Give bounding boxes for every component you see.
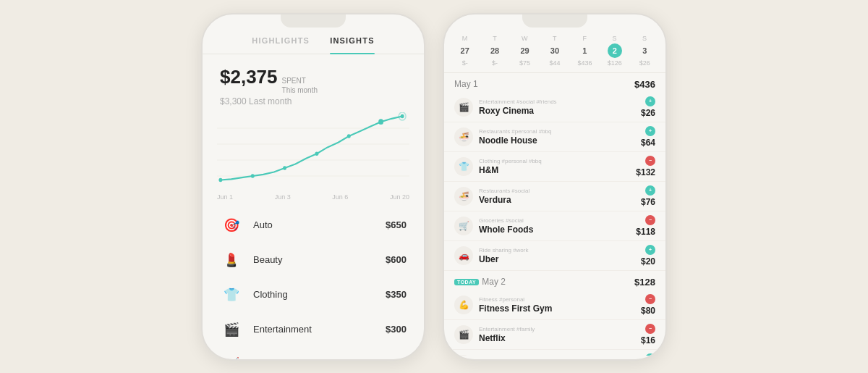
category-name: Groceries — [253, 359, 375, 359]
tx-tags: Clothing #personal #bbq — [479, 158, 630, 164]
calendar-day-tue[interactable]: T 28 $- — [482, 35, 507, 67]
tab-highlights[interactable]: HIGHLIGHTS — [252, 36, 310, 49]
tx-badge-green: + — [645, 185, 655, 196]
day-number: 1 — [577, 43, 592, 58]
category-amount: $650 — [386, 219, 407, 230]
clothing-icon: 👕 — [454, 157, 473, 176]
left-phone: HIGHLIGHTS INSIGHTS $2,375 SPENT This mo… — [201, 13, 425, 361]
day-amount: $26 — [639, 59, 650, 67]
tab-bar: HIGHLIGHTS INSIGHTS — [203, 28, 424, 54]
date-section-header: May 1 $436 — [444, 73, 665, 93]
category-amount: $250 — [386, 359, 407, 359]
tx-amount-wrap: + $20 — [641, 245, 655, 267]
category-amount: $600 — [386, 254, 407, 265]
day-amount: $- — [492, 59, 498, 67]
auto-icon: 🎯 — [220, 214, 243, 237]
day-number: 30 — [548, 43, 562, 58]
svg-point-4 — [218, 177, 222, 182]
tx-name: Roxy Cinema — [479, 106, 635, 116]
tx-tags: Fitness #personal — [479, 296, 635, 303]
svg-point-6 — [283, 166, 286, 170]
day-name: S — [613, 35, 618, 42]
day-amount: $- — [462, 59, 468, 67]
chart-label-1: Jun 1 — [217, 193, 233, 201]
right-phone: M 27 $- T 28 $- W 29 $75 T 30 $44 F 1 — [443, 13, 667, 361]
tx-info: Entertainment #social #friends Roxy Cine… — [479, 99, 635, 116]
svg-point-9 — [378, 119, 383, 125]
table-row[interactable]: 💪 Fitness #personal Fitness First Gym − … — [444, 290, 665, 320]
list-item[interactable]: 👕 Clothing $350 — [203, 277, 424, 312]
calendar-day-mon[interactable]: M 27 $- — [453, 35, 477, 67]
day-number: 2 — [608, 43, 622, 58]
svg-point-8 — [347, 134, 351, 138]
section-total: $436 — [634, 79, 655, 90]
tx-badge-green: + — [645, 353, 655, 356]
entertainment-icon: 🎬 — [454, 325, 473, 344]
day-name: F — [582, 35, 587, 42]
tx-tags: Entertainment #family — [479, 326, 635, 332]
tx-tags: Groceries #social — [479, 217, 630, 224]
restaurant-icon: 🍜 — [454, 187, 473, 206]
tx-name: Uber — [479, 254, 635, 264]
calendar-day-sun[interactable]: S 3 $26 — [632, 35, 657, 67]
tx-tags: Entertainment #social #friends — [479, 99, 635, 105]
tx-tags: Restaurants #personal #bbq — [479, 128, 635, 135]
table-row[interactable]: 👕 Clothing #personal #bbq H&M − $132 — [444, 152, 665, 182]
category-amount: $350 — [386, 289, 407, 300]
tx-badge-green: + — [645, 96, 655, 106]
category-list: 🎯 Auto $650 💄 Beauty $600 👕 Clothing $35… — [203, 204, 424, 359]
day-name: W — [522, 35, 528, 42]
tx-amount-wrap: − $118 — [636, 215, 655, 237]
svg-point-7 — [315, 151, 318, 156]
tab-insights[interactable]: INSIGHTS — [330, 36, 375, 49]
day-amount: $436 — [577, 59, 592, 67]
tx-amount: $26 — [641, 108, 655, 118]
list-item[interactable]: 🎬 Entertainment $300 — [203, 312, 424, 347]
tx-amount: $64 — [641, 138, 655, 148]
calendar-day-thu[interactable]: T 30 $44 — [542, 35, 567, 67]
beauty-icon: 💄 — [220, 248, 243, 272]
category-name: Beauty — [253, 254, 375, 265]
tx-amount-wrap: + $64 — [641, 126, 655, 148]
chart-label-4: Jun 20 — [390, 193, 409, 201]
calendar-day-fri[interactable]: F 1 $436 — [572, 35, 597, 67]
section-total: $128 — [634, 277, 655, 288]
tx-info: Fitness #personal Fitness First Gym — [479, 296, 635, 314]
svg-point-5 — [251, 174, 255, 178]
restaurant-icon: 🍜 — [454, 127, 473, 146]
clothing-icon: 👕 — [220, 283, 243, 306]
tx-tags: Restaurants #social — [479, 188, 635, 194]
day-amount: $126 — [608, 59, 622, 67]
list-item[interactable]: 🛒 Groceries $250 — [203, 347, 424, 359]
calendar-day-wed[interactable]: W 29 $75 — [513, 35, 537, 67]
tx-name: Fitness First Gym — [479, 303, 635, 314]
tx-amount-wrap: − $16 — [641, 324, 655, 345]
day-number: 3 — [637, 43, 652, 58]
groceries-icon: 🛒 — [454, 217, 473, 235]
calendar-day-sat[interactable]: S 2 $126 — [603, 35, 627, 67]
list-item[interactable]: 💄 Beauty $600 — [203, 243, 424, 277]
table-row[interactable]: 🛒 Groceries #social Whole Foods + $32 — [444, 350, 665, 356]
entertainment-icon: 🎬 — [220, 318, 243, 341]
table-row[interactable]: 🍜 Restaurants #social Verdura + $76 — [444, 182, 665, 211]
tx-name: H&M — [479, 165, 630, 175]
tx-badge-green: + — [645, 245, 655, 255]
table-row[interactable]: 🍜 Restaurants #personal #bbq Noodle Hous… — [444, 122, 665, 152]
day-name: T — [493, 35, 497, 42]
tx-amount: $16 — [641, 335, 655, 345]
table-row[interactable]: 🛒 Groceries #social Whole Foods − $118 — [444, 211, 665, 241]
list-item[interactable]: 🎯 Auto $650 — [203, 208, 424, 243]
phone-notch — [281, 14, 346, 28]
tx-info: Groceries #social Whole Foods — [479, 217, 630, 235]
tx-amount-wrap: + $26 — [641, 96, 655, 118]
tx-info: Entertainment #family Netflix — [479, 326, 635, 343]
day-amount: $44 — [549, 59, 560, 67]
tx-info: Clothing #personal #bbq H&M — [479, 158, 630, 175]
calendar-week: M 27 $- T 28 $- W 29 $75 T 30 $44 F 1 — [444, 28, 665, 73]
table-row[interactable]: 🚗 Ride sharing #work Uber + $20 — [444, 241, 665, 271]
table-row[interactable]: 🎬 Entertainment #family Netflix − $16 — [444, 320, 665, 350]
rideshare-icon: 🚗 — [454, 246, 473, 265]
table-row[interactable]: 🎬 Entertainment #social #friends Roxy Ci… — [444, 93, 665, 122]
tx-badge-red: − — [645, 294, 655, 304]
category-amount: $300 — [386, 324, 407, 335]
